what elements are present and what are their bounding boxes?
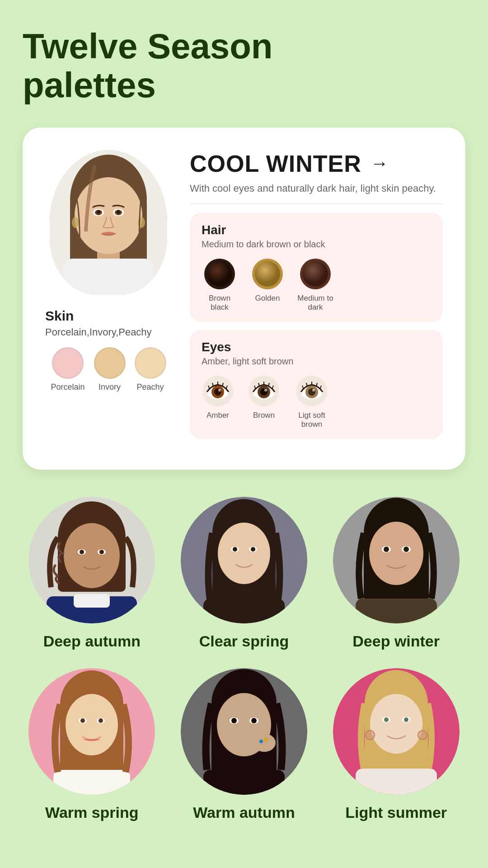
season-avatar-warm-autumn [181,668,307,795]
swatch-circle-peachy [135,347,166,379]
svg-point-114 [384,717,389,722]
season-title: COOL WINTER [190,150,361,177]
svg-rect-77 [356,599,437,623]
svg-point-55 [64,523,120,588]
svg-point-111 [366,731,375,740]
swatch-porcelain: Porcelain [51,347,84,392]
svg-point-102 [231,718,237,723]
eyes-box: Eyes Amber, light soft brown [190,330,443,439]
season-avatar-deep-winter [333,497,460,623]
season-name-light-summer: Light summer [345,804,447,821]
svg-point-18 [255,261,280,287]
season-grid-row2: Warm spring [23,668,465,821]
svg-point-35 [264,389,267,392]
svg-point-99 [263,737,268,742]
svg-point-91 [99,718,103,723]
season-header: COOL WINTER → [190,150,443,177]
swatch-label-porcelain: Porcelain [51,382,84,392]
hair-color-brown-black [203,258,236,290]
svg-point-14 [117,210,120,214]
svg-point-76 [369,522,423,585]
hair-subtitle: Medium to dark brown or black [202,239,431,250]
swatch-label-peachy: Peachy [136,382,164,392]
svg-point-59 [80,550,84,554]
svg-point-79 [384,547,389,552]
svg-point-104 [251,718,257,723]
hair-swatch-golden: Golden [251,258,284,312]
svg-point-89 [80,718,85,723]
svg-point-16 [207,261,232,287]
svg-point-5 [75,177,142,254]
svg-point-71 [251,547,255,552]
eye-label-light-soft-brown: Ligt soft brown [294,411,330,429]
season-avatar-deep-autumn [28,497,155,623]
svg-point-69 [233,547,237,552]
skin-label: Skin [45,308,74,324]
svg-point-25 [218,389,221,392]
hair-label-medium-dark: Medium to dark [297,294,333,312]
season-card: Skin Porcelain,Invory,Peachy Porcelain I… [23,127,465,470]
svg-rect-57 [74,594,110,608]
svg-point-109 [370,694,422,754]
season-item-warm-autumn[interactable]: Warm autumn [175,668,314,821]
divider [190,203,443,204]
season-item-deep-winter[interactable]: Deep winter [327,497,465,650]
svg-point-45 [312,389,315,392]
eye-swatch-light-soft-brown: Ligt soft brown [294,375,330,429]
eye-swatch-brown: Brown [248,375,280,429]
hair-label-brown-black: Brown black [202,294,238,312]
svg-point-7 [72,217,79,228]
season-item-light-summer[interactable]: Light summer [327,668,465,821]
svg-point-98 [253,734,276,752]
svg-rect-6 [63,259,154,295]
hair-swatch-medium-dark: Medium to dark [297,258,333,312]
eye-swatch-amber: Amber [202,375,234,429]
swatch-invory: Invory [94,347,126,392]
season-name-deep-autumn: Deep autumn [43,632,141,650]
hair-color-medium-dark [299,258,332,290]
svg-point-100 [259,740,263,743]
svg-point-112 [418,731,427,740]
hair-color-golden [251,258,284,290]
svg-rect-110 [356,769,437,795]
swatch-circle-porcelain [52,347,84,379]
eye-color-light-soft-brown [296,375,328,407]
hair-title: Hair [202,223,431,237]
season-desc: With cool eyes and naturally dark hair, … [190,182,443,196]
season-avatar-warm-spring [28,668,155,795]
eye-color-amber [202,375,234,407]
season-item-clear-spring[interactable]: Clear spring [175,497,314,650]
swatch-peachy: Peachy [135,347,166,392]
svg-rect-67 [203,599,285,623]
svg-point-81 [404,547,409,552]
season-item-deep-autumn[interactable]: Deep autumn [23,497,161,650]
skin-swatches: Porcelain Invory Peachy [51,347,166,392]
hair-swatches: Brown black Golden [202,258,431,312]
eye-label-brown: Brown [253,411,275,420]
eyes-swatches: Amber B [202,375,431,429]
card-right: COOL WINTER → With cool eyes and natural… [190,150,443,448]
season-name-warm-autumn: Warm autumn [193,804,295,821]
arrow-icon[interactable]: → [371,153,389,174]
hair-label-golden: Golden [255,294,280,303]
svg-rect-97 [203,770,285,795]
skin-subtitle: Porcelain,Invory,Peachy [45,326,152,338]
eye-color-brown [248,375,280,407]
svg-point-66 [218,523,270,584]
svg-rect-87 [53,770,130,795]
season-avatar-light-summer [333,668,460,795]
hair-swatch-brown-black: Brown black [202,258,238,312]
svg-point-86 [66,694,118,755]
season-name-clear-spring: Clear spring [199,632,289,650]
season-name-warm-spring: Warm spring [45,804,139,821]
swatch-circle-invory [94,347,126,379]
svg-point-20 [303,261,328,287]
season-item-warm-spring[interactable]: Warm spring [23,668,161,821]
season-avatar-clear-spring [181,497,307,623]
svg-point-61 [99,550,104,554]
eye-label-amber: Amber [206,411,229,420]
card-left: Skin Porcelain,Invory,Peachy Porcelain I… [45,150,172,448]
svg-point-11 [97,210,100,214]
season-name-deep-winter: Deep winter [352,632,440,650]
hair-box: Hair Medium to dark brown or black [190,213,443,322]
